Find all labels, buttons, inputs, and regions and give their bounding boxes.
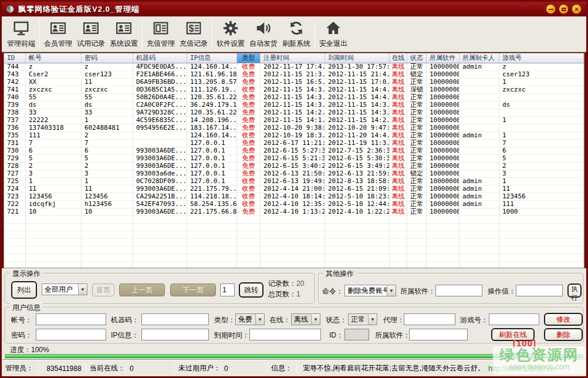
table-cell — [459, 102, 499, 109]
table-row[interactable]: 740555550B26D0A4E...120.35.61.222免费2012-… — [4, 94, 584, 102]
table-cell: 6 — [499, 147, 584, 154]
table-cell: 3 — [82, 170, 133, 177]
table-cell: 2012-11-15 17:0... — [325, 79, 390, 86]
prev-page-button[interactable]: 上一页 — [119, 284, 165, 296]
command-select[interactable]: 删除免费账号 ▼ — [344, 285, 396, 296]
toolbar-item-safe-exit[interactable]: 安全退出 — [317, 18, 350, 50]
delete-button[interactable]: 删除 — [544, 328, 583, 341]
column-header-id[interactable]: ID — [4, 53, 26, 63]
table-cell — [459, 239, 499, 246]
table-cell — [82, 262, 133, 268]
jump-button[interactable]: 跳转 — [239, 282, 263, 298]
toolbar-item-recharge-record[interactable]: $ 充值记录 — [177, 18, 210, 50]
column-header-status[interactable]: 状态 — [407, 53, 427, 63]
game-label: 游戏号： — [460, 315, 488, 325]
table-row[interactable]: 722idcqfkjh123456542EF47093...58.254.135… — [4, 201, 584, 208]
status-select[interactable]: 正常 ▼ — [348, 313, 377, 325]
maximize-button[interactable] — [559, 4, 569, 14]
table-row[interactable]: 7241111993003A6DE...221.175.79...收费2012-… — [4, 185, 584, 193]
table-row[interactable]: 72822993003A6DE...127.0.0.1免费2012-6-15 3… — [4, 163, 584, 170]
table-cell: 36.249.179.11 — [187, 102, 237, 109]
total-pages: 总页数：1 — [268, 289, 300, 299]
table-row[interactable]: 744zz4FDC9E0DA5...124.160.14...收费2012-11… — [4, 63, 584, 71]
column-header-software[interactable]: 所属软件 — [427, 53, 459, 63]
minimize-button[interactable] — [546, 4, 556, 14]
first-page-button[interactable]: 首页 — [92, 284, 114, 296]
online-select[interactable]: 离线 ▼ — [291, 313, 320, 325]
expire-input[interactable] — [249, 329, 321, 340]
table-row[interactable]: 72955993003A6DE...127.0.0.1免费2012-6-15 5… — [4, 155, 584, 163]
table-cell — [390, 262, 407, 268]
toolbar-item-software-settings[interactable]: 软件设置 — [214, 18, 247, 50]
statusbar-unexpired-label: 未过期用户： — [175, 360, 220, 376]
titlebar[interactable]: 飘零网络验证金盾版V2.0_管理端 × — [2, 2, 586, 16]
table-row[interactable]: 73177127.0.0.1免费2012-6-17 11:21:092012-1… — [4, 140, 584, 147]
expire-label: 到期时间： — [214, 330, 249, 340]
toolbar-item-trial-record[interactable]: 试用记录 — [75, 18, 107, 50]
column-header-game-id[interactable]: 游戏号 — [499, 53, 584, 63]
table-row[interactable]: 7211010993003A6DE...221.175.66.8免费2012-4… — [4, 208, 584, 216]
table-cell: 2012-11-20 14:4... — [325, 132, 390, 139]
column-header-type[interactable]: 类型 — [237, 53, 261, 63]
column-header-register-time[interactable]: 注册时间 — [261, 53, 325, 63]
column-header-password[interactable]: 密码 — [82, 53, 133, 63]
table-row[interactable]: 7372222214C59E6835C...14.208.196...免费201… — [4, 117, 584, 124]
game-input[interactable] — [489, 313, 539, 325]
table-row[interactable]: 725110C7028DF09...127.0.0.1收费2012-6-13 1… — [4, 178, 584, 185]
execute-button[interactable]: 执行 — [567, 284, 582, 298]
next-page-button[interactable]: 下一页 — [170, 284, 216, 296]
password-input[interactable] — [36, 329, 106, 340]
column-header-machine[interactable]: 机器码 — [133, 53, 187, 63]
column-header-account[interactable]: 帐号 — [26, 53, 82, 63]
table-cell: 22222 — [26, 117, 82, 124]
column-header-expire-time[interactable]: 到期时间 — [325, 53, 390, 63]
machine-input[interactable] — [141, 313, 209, 325]
type-select[interactable]: 免费 ▼ — [235, 313, 265, 325]
table-cell: 离线 — [390, 124, 407, 131]
list-button[interactable]: 列出 — [11, 281, 37, 299]
table-row[interactable]: 7351112124.160.14...收费2012-10-19 18:3...… — [4, 132, 584, 140]
statusbar-link[interactable]: http://www.52pojie.cn — [488, 365, 555, 373]
table-cell — [407, 224, 427, 231]
table-row[interactable]: 739dsdsC2A0C0F2FC...36.249.179.11免费2012-… — [4, 102, 584, 109]
column-header-card-maker[interactable]: 所属制卡人 — [459, 53, 499, 63]
ip-input[interactable] — [141, 329, 209, 340]
table-cell — [427, 216, 459, 223]
table-cell: 免费 — [237, 109, 261, 116]
close-button[interactable]: × — [572, 4, 582, 14]
svg-text:$: $ — [189, 23, 194, 33]
table-row[interactable]: 72733993003a6de...127.0.0.1免费2012-6-13 2… — [4, 170, 584, 178]
table-cell: 2012-11-15 14:4... — [325, 94, 390, 101]
toolbar-item-manage-front[interactable]: 管理前端 — [5, 18, 38, 50]
toolbar-item-recharge-manage[interactable]: 充值管理 — [144, 18, 177, 50]
op-value-input[interactable] — [516, 285, 563, 296]
total-pages-value: 1 — [296, 290, 300, 298]
software-input[interactable] — [409, 329, 468, 340]
toolbar-label: 会员管理 — [44, 39, 72, 49]
modify-button[interactable]: 修改 — [544, 313, 583, 326]
table-row[interactable]: 73066993003A6DE...127.0.0.1免费2012-6-15 5… — [4, 147, 584, 155]
toolbar-item-refresh-system[interactable]: 刷新系统 — [280, 18, 313, 50]
table-cell: 55 — [26, 94, 82, 101]
table-row[interactable]: 73833339A729D328C...120.35.61.222免费2012-… — [4, 109, 584, 117]
account-input[interactable] — [36, 313, 106, 325]
table-cell: 124.160.14... — [187, 63, 237, 70]
user-filter-select[interactable]: 全部用户 ▼ — [42, 284, 87, 295]
table-cell: 10000008 — [427, 147, 459, 154]
table-cell: 7 — [82, 140, 133, 147]
table-row[interactable]: 7361374033186024884810954956E2E...183.16… — [4, 124, 584, 132]
table-row[interactable]: 741zxczxczxczxc0D36B5C1A5...111.126.19..… — [4, 86, 584, 94]
toolbar-item-member-manage[interactable]: 会员管理 — [42, 18, 75, 50]
ops-software-input[interactable] — [435, 285, 482, 296]
column-header-online[interactable]: 在线 — [390, 53, 407, 63]
agent-input[interactable] — [404, 313, 455, 325]
table-row[interactable]: 742XX11D6A9FB36BD...113.205.8.57免费2012-1… — [4, 79, 584, 86]
toolbar-item-auto-delivery[interactable]: 自动发货 — [247, 18, 280, 50]
table-cell: 免费 — [237, 71, 261, 78]
toolbar-item-system-settings[interactable]: 系统设置 — [107, 18, 140, 50]
table-cell: 2012-6-15 5:21:36 — [261, 155, 325, 162]
table-row[interactable]: 743Cser2cser123F2E1ABE466...121.61.96.18… — [4, 71, 584, 79]
page-number-input[interactable] — [220, 284, 235, 296]
column-header-ip[interactable]: IP信息 — [187, 53, 237, 63]
table-row[interactable]: 723123456123456CA29A2251B...114.218.18..… — [4, 193, 584, 201]
